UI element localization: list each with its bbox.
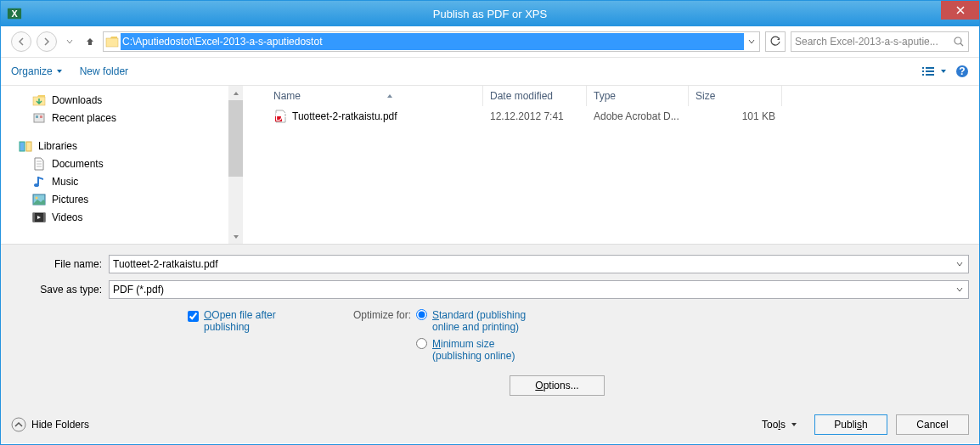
sidebar-scrollbar[interactable] <box>228 86 243 244</box>
pdf-icon: PDF <box>273 110 287 123</box>
hide-folders-label: Hide Folders <box>31 419 89 431</box>
sidebar-label: Downloads <box>52 94 102 106</box>
options-button[interactable]: Options... <box>510 375 605 396</box>
savetype-field[interactable]: PDF (*.pdf) <box>109 280 969 299</box>
open-after-text1: Open file after <box>211 309 275 321</box>
forward-button[interactable] <box>37 31 57 52</box>
downloads-icon <box>31 93 47 108</box>
tools-menu[interactable]: Tools <box>762 419 797 431</box>
cancel-button[interactable]: Cancel <box>896 414 969 435</box>
svg-rect-14 <box>36 115 38 118</box>
address-bar[interactable] <box>103 31 760 52</box>
open-after-label: OOpen file after publishing <box>204 309 297 333</box>
footer: Hide Folders Tools Publish Cancel <box>1 406 979 443</box>
address-dropdown[interactable] <box>744 38 759 45</box>
refresh-button[interactable] <box>765 31 786 52</box>
column-type[interactable]: Type <box>587 86 689 106</box>
documents-icon <box>31 156 47 172</box>
main-split: Downloads Recent places Libraries Docume… <box>1 86 979 244</box>
svg-point-26 <box>12 418 25 431</box>
recent-dropdown[interactable] <box>62 34 77 49</box>
view-mode-button[interactable] <box>921 65 947 77</box>
column-name[interactable]: Name <box>267 86 483 106</box>
file-date: 12.12.2012 7:41 <box>483 110 587 122</box>
optimize-minimum[interactable]: Minimum size (publishing online) <box>416 338 605 362</box>
search-icon <box>953 36 965 48</box>
up-button[interactable] <box>82 34 98 49</box>
search-placeholder: Search Excel-2013-a-s-aputie... <box>795 36 953 48</box>
bottom-panel: File name: Tuotteet-2-ratkaistu.pdf Save… <box>1 244 979 443</box>
close-button[interactable] <box>941 1 979 20</box>
organize-menu[interactable]: Organize <box>11 65 63 77</box>
sidebar-label: Recent places <box>52 112 116 124</box>
sidebar-label: Pictures <box>52 194 88 206</box>
svg-rect-2 <box>106 38 118 47</box>
publish-button[interactable]: Publish <box>814 414 887 435</box>
savetype-dropdown[interactable] <box>953 283 966 296</box>
savetype-value: PDF (*.pdf) <box>113 284 164 296</box>
svg-rect-13 <box>34 114 44 122</box>
videos-icon <box>31 210 47 225</box>
filename-value: Tuotteet-2-ratkaistu.pdf <box>113 258 218 270</box>
sidebar-label: Documents <box>52 158 104 170</box>
sidebar-item-pictures[interactable]: Pictures <box>18 190 243 208</box>
help-button[interactable]: ? <box>955 65 969 78</box>
excel-icon: X <box>6 5 23 22</box>
filename-dropdown[interactable] <box>953 257 966 271</box>
svg-point-18 <box>34 183 39 187</box>
new-folder-button[interactable]: New folder <box>80 65 128 77</box>
folder-icon <box>104 36 121 48</box>
file-row[interactable]: PDF Tuotteet-2-ratkaistu.pdf 12.12.2012 … <box>243 106 979 127</box>
optimize-minimum-radio[interactable] <box>416 338 427 349</box>
svg-rect-22 <box>33 213 35 222</box>
titlebar: X Publish as PDF or XPS <box>1 1 979 26</box>
window-title: Publish as PDF or XPS <box>1 8 979 20</box>
svg-rect-4 <box>922 67 924 69</box>
open-after-input[interactable] <box>188 311 199 322</box>
optimize-standard[interactable]: Standard (publishing online and printing… <box>416 309 605 333</box>
column-size[interactable]: Size <box>689 86 782 106</box>
recent-icon <box>31 110 47 126</box>
chevron-up-icon <box>11 417 26 432</box>
toolbar: Organize New folder ? <box>1 57 979 86</box>
search-box[interactable]: Search Excel-2013-a-s-aputie... <box>791 31 969 52</box>
music-icon <box>31 174 47 189</box>
navbar: Search Excel-2013-a-s-aputie... <box>1 26 979 57</box>
sidebar-item-libraries[interactable]: Libraries <box>18 137 243 155</box>
filename-field[interactable]: Tuotteet-2-ratkaistu.pdf <box>109 255 969 273</box>
sidebar-item-music[interactable]: Music <box>18 172 243 190</box>
svg-rect-16 <box>20 142 25 151</box>
svg-rect-15 <box>40 115 42 118</box>
back-button[interactable] <box>11 31 31 52</box>
file-list: Name Date modified Type Size PDF Tuottee… <box>243 86 979 244</box>
column-date[interactable]: Date modified <box>483 86 587 106</box>
open-after-text2: publishing <box>204 321 250 333</box>
open-after-checkbox[interactable]: OOpen file after publishing <box>188 309 297 406</box>
svg-rect-23 <box>43 213 45 222</box>
optimize-label: Optimize for: <box>348 309 416 406</box>
filename-label: File name: <box>11 258 109 270</box>
svg-text:PDF: PDF <box>273 111 287 123</box>
organize-label: Organize <box>11 65 53 77</box>
savetype-label: Save as type: <box>11 284 109 296</box>
svg-rect-7 <box>926 70 934 72</box>
optimize-minimum-label: Minimum size (publishing online) <box>432 338 543 362</box>
libraries-icon <box>18 138 33 154</box>
svg-text:X: X <box>11 8 18 19</box>
svg-rect-8 <box>922 74 924 76</box>
column-label: Name <box>273 90 301 102</box>
pictures-icon <box>31 192 47 207</box>
sidebar-item-documents[interactable]: Documents <box>18 155 243 172</box>
svg-point-20 <box>36 196 38 199</box>
file-name: Tuotteet-2-ratkaistu.pdf <box>292 110 397 122</box>
file-size: 101 KB <box>689 110 782 122</box>
sidebar-item-videos[interactable]: Videos <box>18 208 243 226</box>
hide-folders-button[interactable]: Hide Folders <box>11 417 89 432</box>
svg-rect-17 <box>26 142 31 151</box>
sidebar-label: Libraries <box>38 140 77 152</box>
address-input[interactable] <box>121 33 744 50</box>
sidebar-item-recent[interactable]: Recent places <box>18 109 243 127</box>
svg-point-3 <box>955 37 961 44</box>
optimize-standard-radio[interactable] <box>416 309 427 320</box>
sidebar-item-downloads[interactable]: Downloads <box>18 91 243 109</box>
